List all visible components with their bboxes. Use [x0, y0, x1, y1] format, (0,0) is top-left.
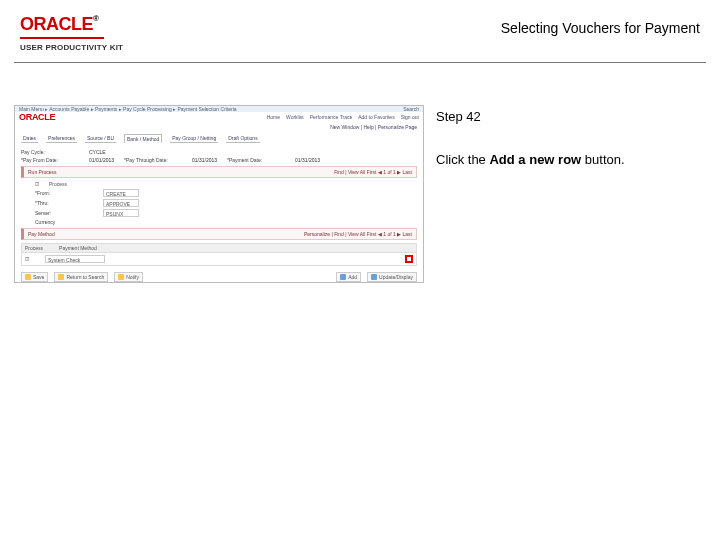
ss-tabs: Dates Preferences Source / BU Bank / Met… [15, 132, 423, 145]
server-label: Server: [35, 210, 93, 216]
from-label: *From: [35, 190, 93, 196]
instr-post: button. [581, 152, 624, 167]
oracle-logo-text: ORACLE [20, 14, 93, 34]
paydate-label: *Payment Date: [227, 157, 285, 163]
tab-prefs: Preferences [46, 134, 77, 143]
brand-underline [20, 37, 104, 39]
process-label: Process [49, 181, 67, 187]
nav-home: Home [267, 114, 280, 120]
oracle-tm: ® [93, 14, 98, 23]
grid-process: ☑ [25, 256, 29, 262]
instr-pre: Click the [436, 152, 489, 167]
section-run-nav: Find | View All First ◀ 1 of 1 ▶ Last [334, 169, 412, 175]
section-pay-nav: Personalize | Find | View All First ◀ 1 … [304, 231, 412, 237]
nav-signout: Sign out [401, 114, 419, 120]
nav-fav: Add to Favorites [358, 114, 394, 120]
document-title: Selecting Vouchers for Payment [501, 14, 706, 36]
step-number: Step 42 [436, 109, 706, 124]
nav-perf: Performance Trace [310, 114, 353, 120]
embedded-screenshot: Main Menu ▸ Accounts Payable ▸ Payments … [14, 105, 424, 283]
btn-notify: Notify [114, 272, 143, 282]
tab-draft: Draft Options [226, 134, 259, 143]
grid-h2: Payment Method [59, 245, 97, 251]
grid-h1: Process [25, 245, 43, 251]
brand-subtitle: USER PRODUCTIVITY KIT [20, 43, 123, 52]
oracle-logo: ORACLE® [20, 14, 123, 35]
btn-save: Save [21, 272, 48, 282]
from-val: CREATE [103, 189, 139, 197]
notify-icon [118, 274, 124, 280]
payfrom-val: 01/01/2013 [89, 157, 114, 163]
add-row-highlight [405, 255, 413, 263]
paythru-val: 01/31/2013 [192, 157, 217, 163]
section-run-process: Run Process [28, 169, 57, 175]
btn-add: Add [336, 272, 361, 282]
ss-window-links: New Window | Help | Personalize Page [15, 122, 423, 132]
section-pay-method: Pay Method [28, 231, 55, 237]
paythru-label: *Pay Through Date: [124, 157, 182, 163]
btn-update: Update/Display [367, 272, 417, 282]
return-icon [58, 274, 64, 280]
nav-worklist: Worklist [286, 114, 304, 120]
instruction-panel: Step 42 Click the Add a new row button. [436, 105, 706, 283]
instr-bold: Add a new row [489, 152, 581, 167]
tab-source: Source / BU [85, 134, 116, 143]
paydate-val: 01/31/2013 [295, 157, 320, 163]
paycycle-label: Pay Cycle: [21, 149, 79, 155]
ss-nav: Home Worklist Performance Trace Add to F… [267, 114, 419, 120]
thru-val: APPROVE [103, 199, 139, 207]
grid-method: System Check [45, 255, 105, 263]
server-val: PSUNX [103, 209, 139, 217]
add-icon [340, 274, 346, 280]
paycycle-val: CYCLE [89, 149, 106, 155]
brand-block: ORACLE® USER PRODUCTIVITY KIT [20, 14, 123, 52]
ss-oracle-logo: ORACLE [19, 112, 55, 122]
instruction-text: Click the Add a new row button. [436, 152, 706, 167]
thru-label: *Thru: [35, 200, 93, 206]
btn-return: Return to Search [54, 272, 108, 282]
payfrom-label: *Pay From Date: [21, 157, 79, 163]
tab-dates: Dates [21, 134, 38, 143]
save-icon [25, 274, 31, 280]
tab-paygroup: Pay Group / Netting [170, 134, 218, 143]
update-icon [371, 274, 377, 280]
process-check: ☑ [35, 181, 39, 187]
tab-bank: Bank / Method [124, 134, 162, 143]
currency-label: Currency [35, 219, 93, 225]
